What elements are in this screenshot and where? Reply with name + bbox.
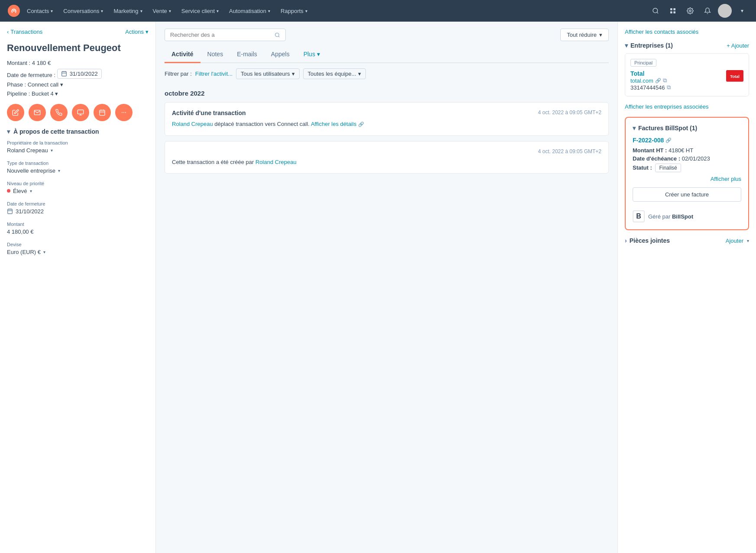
top-navigation: Contacts ▾ Conversations ▾ Marketing ▾ V… — [0, 0, 756, 22]
invoice-link[interactable]: F-2022-008 🔗 — [633, 137, 741, 144]
more-actions-button[interactable] — [115, 104, 132, 121]
task-button[interactable] — [94, 104, 111, 121]
status-badge: Finalisé — [655, 164, 681, 172]
chevron-down-icon: ▾ — [51, 9, 53, 13]
total-logo-icon: Total — [726, 70, 743, 82]
user-link[interactable]: Roland Crepeau — [172, 121, 213, 127]
tab-emails[interactable]: E-mails — [230, 46, 264, 63]
add-company-link[interactable]: + Ajouter — [727, 42, 749, 49]
user-avatar[interactable] — [718, 4, 732, 18]
call-button[interactable] — [50, 104, 68, 121]
invoice-due-date: Date d'échéance : 02/01/2023 — [633, 155, 741, 162]
marketplace-icon[interactable] — [666, 4, 680, 18]
invoice-card: F-2022-008 🔗 Montant HT : 4180€ HT Date … — [633, 137, 741, 182]
activity-card-header-2: 4 oct. 2022 à 09:05 GMT+2 — [172, 148, 601, 154]
nav-marketing[interactable]: Marketing ▾ — [109, 5, 146, 17]
show-contacts-link[interactable]: Afficher les contacts associés — [625, 29, 749, 35]
reduce-button[interactable]: Tout réduire ▾ — [560, 29, 609, 41]
phase-link[interactable]: Connect call ▾ — [28, 81, 63, 88]
search-icon — [275, 32, 280, 38]
hubspot-logo[interactable] — [7, 4, 21, 18]
search-icon[interactable] — [649, 4, 662, 18]
back-to-transactions[interactable]: ‹ Transactions — [7, 29, 42, 35]
nav-automatisation[interactable]: Automatisation ▾ — [225, 5, 275, 17]
nav-service-client[interactable]: Service client ▾ — [177, 5, 223, 17]
chevron-down-icon: ▾ — [599, 32, 602, 38]
pieces-add-link[interactable]: Ajouter — [726, 238, 743, 244]
svg-point-20 — [123, 112, 124, 113]
dropdown-arrow-icon[interactable]: ▾ — [43, 250, 45, 254]
tab-appels[interactable]: Appels — [264, 46, 297, 63]
billspot-header: ▾ Factures BillSpot (1) — [633, 125, 741, 132]
activity-title: Activité d'une transaction — [172, 109, 246, 116]
chevron-down-icon: ▾ — [292, 71, 295, 77]
billspot-title: ▾ Factures BillSpot (1) — [633, 125, 697, 132]
nav-vente[interactable]: Vente ▾ — [149, 5, 175, 17]
dropdown-arrow-icon[interactable]: ▾ — [58, 168, 60, 173]
svg-rect-5 — [673, 8, 675, 10]
svg-text:Total: Total — [730, 74, 740, 79]
field-owner: Propriétaire de la transaction Roland Cr… — [7, 140, 149, 154]
priority-dot-icon — [7, 189, 10, 193]
chevron-down-icon: ▾ — [268, 9, 270, 13]
show-more-link[interactable]: Afficher plus — [633, 176, 741, 182]
tab-plus[interactable]: Plus ▾ — [297, 46, 327, 63]
pieces-header: › Pièces jointes Ajouter ▾ — [625, 237, 749, 244]
pieces-title[interactable]: › Pièces jointes — [625, 237, 670, 244]
notifications-icon[interactable] — [701, 4, 714, 18]
company-name[interactable]: Total — [630, 70, 671, 77]
tab-activite[interactable]: Activité — [165, 46, 200, 63]
chevron-down-icon: ▾ — [7, 128, 10, 135]
left-header: ‹ Transactions Actions ▾ — [7, 29, 149, 37]
svg-point-8 — [689, 10, 691, 12]
filter-row: Filtrer par : Filtrer l'activit... Tous … — [165, 63, 609, 84]
svg-rect-6 — [670, 11, 672, 13]
copy-icon[interactable]: ⧉ — [667, 84, 671, 91]
filter-users-dropdown[interactable]: Tous les utilisateurs ▾ — [236, 68, 299, 79]
center-content: Tout réduire ▾ Activité Notes E-mails Ap… — [156, 22, 617, 186]
external-link-icon: 🔗 — [655, 78, 661, 84]
search-input[interactable] — [170, 32, 271, 38]
billspot-footer: B Géré par BillSpot — [633, 210, 741, 222]
close-date-badge[interactable]: 31/10/2022 — [57, 69, 102, 79]
company-logo: Total — [726, 70, 743, 87]
filter-activity-link[interactable]: Filtrer l'activit... — [195, 71, 233, 77]
external-link-icon: 🔗 — [666, 138, 672, 143]
create-invoice-button[interactable]: Créer une facture — [633, 187, 741, 202]
chevron-down-icon: ▾ — [305, 9, 307, 13]
dropdown-arrow-icon[interactable]: ▾ — [30, 189, 32, 193]
svg-rect-13 — [78, 110, 83, 114]
copy-icon[interactable]: ⧉ — [663, 77, 667, 84]
show-companies-link[interactable]: Afficher les entreprises associées — [625, 103, 749, 110]
account-chevron-icon[interactable]: ▾ — [735, 4, 749, 18]
field-transaction-type: Type de transaction Nouvelle entreprise … — [7, 161, 149, 174]
search-input-wrap[interactable] — [165, 29, 286, 41]
meeting-button[interactable] — [72, 104, 89, 121]
company-domain[interactable]: total.com 🔗 ⧉ — [630, 77, 671, 84]
show-details-link[interactable]: Afficher les détails — [311, 121, 356, 127]
email-button[interactable] — [29, 104, 46, 121]
dropdown-arrow-icon[interactable]: ▾ — [51, 148, 53, 153]
pipeline-link[interactable]: Bucket 4 ▾ — [32, 90, 58, 97]
field-currency: Devise Euro (EUR) € ▾ — [7, 242, 149, 255]
nav-conversations[interactable]: Conversations ▾ — [59, 5, 107, 17]
svg-rect-4 — [670, 8, 672, 10]
svg-point-2 — [653, 8, 658, 13]
companies-section: ▾ Entreprises (1) + Ajouter Principal To… — [625, 42, 749, 96]
actions-button[interactable]: Actions ▾ — [125, 29, 149, 35]
chevron-down-icon: ▾ — [317, 51, 320, 58]
app-layout: ‹ Transactions Actions ▾ Renouvellement … — [0, 22, 756, 553]
edit-button[interactable] — [7, 104, 24, 121]
left-panel: ‹ Transactions Actions ▾ Renouvellement … — [0, 22, 156, 553]
about-section-header[interactable]: ▾ À propos de cette transaction — [7, 128, 149, 135]
nav-rapports[interactable]: Rapports ▾ — [276, 5, 312, 17]
filter-teams-dropdown[interactable]: Toutes les équipe... ▾ — [303, 68, 366, 79]
actions-chevron-icon: ▾ — [145, 29, 149, 35]
company-details: Total total.com 🔗 ⧉ 33147444546 ⧉ — [630, 70, 671, 91]
action-icons-row — [7, 104, 149, 121]
calendar-icon — [61, 71, 67, 77]
nav-contacts[interactable]: Contacts ▾ — [23, 5, 57, 17]
creator-link[interactable]: Roland Crepeau — [255, 159, 297, 165]
settings-icon[interactable] — [683, 4, 697, 18]
tab-notes[interactable]: Notes — [200, 46, 230, 63]
